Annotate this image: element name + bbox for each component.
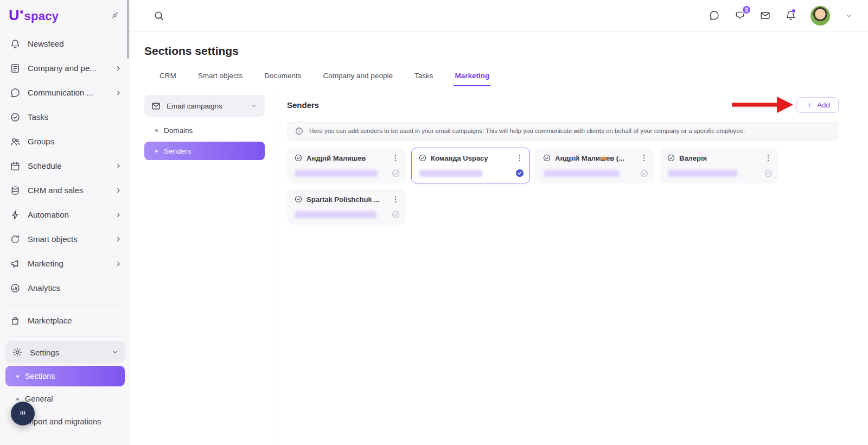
card-menu-button[interactable] [763, 153, 773, 163]
tab-marketing[interactable]: Marketing [454, 72, 490, 86]
sender-cards-grid: Андрій Малишев Команда Uspacy Андрій Мал… [287, 148, 839, 225]
card-menu-button[interactable] [391, 194, 400, 204]
sidebar-item-company-and-pe[interactable]: Company and pe... [0, 56, 130, 80]
sidebar-item-analytics[interactable]: Analytics [0, 276, 130, 300]
topbar: 3 [130, 0, 868, 31]
sender-card[interactable]: Андрій Малишев (... [535, 148, 654, 183]
main-content: Sections settings CRMSmart objectsDocume… [130, 31, 868, 445]
sidebar-item-automation[interactable]: Automation [0, 202, 130, 227]
bullet-dot [155, 129, 158, 132]
comments-button[interactable] [709, 10, 720, 21]
sender-card[interactable]: Spartak Polishchuk ... [287, 189, 406, 225]
sender-card[interactable]: Андрій Малишев [287, 148, 406, 183]
tab-crm[interactable]: CRM [158, 72, 177, 86]
check-circle-icon [418, 154, 427, 162]
profile-menu-chevron[interactable] [844, 11, 854, 21]
settings-icon [12, 347, 23, 358]
sidebar-item-smart-objects[interactable]: Smart objects [0, 227, 130, 251]
info-icon [295, 126, 304, 136]
sidebar-item-communication[interactable]: Communication ... [0, 80, 130, 105]
marketing-icon [10, 258, 21, 269]
sender-status-toggle[interactable] [515, 168, 525, 178]
subnav-item-senders[interactable]: Senders [144, 142, 265, 160]
automation-icon [10, 209, 21, 220]
schedule-icon [10, 161, 21, 171]
notifications-button[interactable] [785, 10, 796, 21]
communication-icon [10, 87, 21, 98]
sender-card[interactable]: Валерія [660, 148, 778, 183]
scrollbar-thumb[interactable] [127, 0, 129, 59]
groups-icon [10, 136, 21, 147]
card-menu-button[interactable] [391, 153, 400, 163]
settings-tabs: CRMSmart objectsDocumentsCompany and peo… [158, 72, 868, 86]
intercom-launcher[interactable] [11, 402, 35, 425]
mail-icon [760, 10, 771, 21]
info-banner: Here you can add senders to be used in y… [287, 121, 839, 141]
sender-status-toggle[interactable] [640, 169, 649, 178]
pin-icon [107, 9, 121, 22]
sidebar-nav: NewsfeedCompany and pe...Communication .… [0, 31, 130, 300]
mail-button[interactable] [760, 10, 771, 21]
chevron-down-icon [250, 101, 258, 110]
sender-status-toggle[interactable] [391, 210, 400, 219]
sender-status-toggle[interactable] [391, 169, 400, 178]
sidebar-item-groups[interactable]: Groups [0, 129, 130, 154]
bullet-dot [155, 150, 158, 152]
blurred-email [295, 211, 376, 218]
chats-button[interactable]: 3 [734, 10, 745, 21]
blurred-email [295, 170, 378, 177]
analytics-icon [10, 283, 21, 294]
check-circle-icon [542, 154, 551, 162]
kebab-icon [391, 153, 400, 163]
sender-status-toggle[interactable] [764, 169, 773, 178]
sidebar: Uspacy NewsfeedCompany and pe...Communic… [0, 0, 130, 445]
check-circle-icon [667, 154, 675, 162]
kebab-icon [763, 153, 773, 163]
page-title: Sections settings [130, 31, 868, 58]
tasks-icon [10, 112, 21, 123]
app-root: Uspacy NewsfeedCompany and pe...Communic… [0, 0, 868, 445]
add-button-label: Add [817, 101, 830, 109]
marketplace-icon [10, 315, 21, 326]
email-campaigns-select[interactable]: Email campaigns [144, 95, 265, 117]
subnav-item-domains[interactable]: Domains [144, 121, 265, 139]
tab-tasks[interactable]: Tasks [413, 72, 435, 86]
notification-dot [792, 9, 796, 13]
brand-logo[interactable]: Uspacy [9, 8, 59, 23]
sender-card[interactable]: Команда Uspacy [411, 148, 530, 183]
content-row: Email campaigns DomainsSenders Senders A… [130, 86, 868, 444]
check-circle-icon [640, 169, 649, 178]
tab-documents[interactable]: Documents [263, 72, 302, 86]
crm-icon [10, 185, 21, 196]
sidebar-subitem-sections[interactable]: Sections [5, 366, 125, 386]
tab-smart-objects[interactable]: Smart objects [197, 72, 244, 86]
avatar[interactable] [810, 6, 830, 26]
sidebar-item-schedule[interactable]: Schedule [0, 154, 130, 178]
card-menu-button[interactable] [639, 153, 649, 163]
sidebar-item-settings[interactable]: Settings [5, 341, 125, 364]
sidebar-item-marketing[interactable]: Marketing [0, 251, 130, 276]
sidebar-item-crm-and-sales[interactable]: CRM and sales [0, 178, 130, 202]
chevron-right-icon [114, 211, 123, 219]
card-menu-button[interactable] [515, 153, 525, 163]
add-sender-button[interactable]: Add [796, 97, 839, 113]
intercom-icon [17, 408, 29, 419]
sidebar-item-marketplace[interactable]: Marketplace [0, 308, 130, 333]
logo-dot [20, 10, 23, 14]
check-circle-icon [764, 169, 773, 178]
pin-sidebar-button[interactable] [110, 11, 119, 21]
sidebar-item-newsfeed[interactable]: Newsfeed [0, 31, 130, 56]
search-button[interactable] [153, 10, 165, 22]
chevron-down-icon [111, 348, 119, 357]
plus-icon [805, 101, 813, 109]
marketing-subnav: Email campaigns DomainsSenders [130, 86, 278, 444]
sidebar-item-tasks[interactable]: Tasks [0, 105, 130, 129]
chat-badge: 3 [742, 5, 751, 15]
kebab-icon [515, 153, 525, 163]
sidebar-divider [9, 336, 122, 337]
kebab-icon [639, 153, 649, 163]
annotation-arrow-icon [730, 93, 794, 117]
topbar-actions: 3 [709, 6, 854, 26]
smart-objects-icon [10, 234, 21, 245]
tab-company-and-people[interactable]: Company and people [322, 72, 394, 86]
